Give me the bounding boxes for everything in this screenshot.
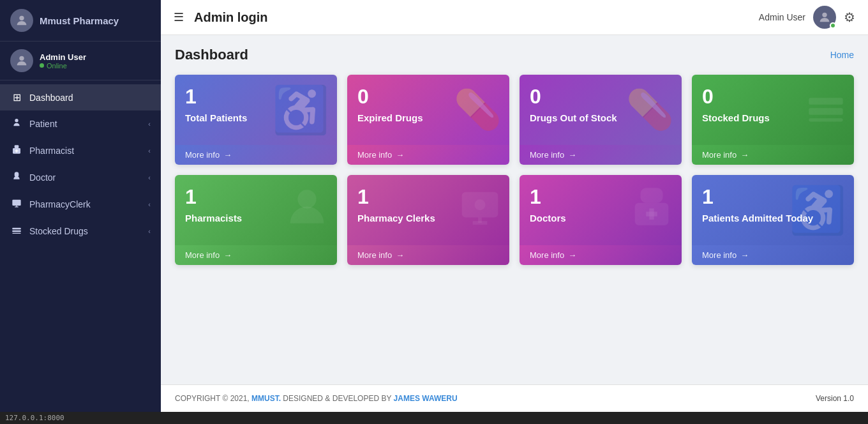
card-drugs-out-of-stock-body: 0 Drugs Out of Stock 💊 xyxy=(520,75,682,145)
card-patients-admitted-body: 1 Patients Admitted Today ♿ xyxy=(692,175,854,245)
svg-rect-11 xyxy=(12,231,20,232)
card-expired-drugs-footer[interactable]: More info → xyxy=(347,145,509,165)
svg-point-2 xyxy=(15,119,18,122)
sidebar-item-dashboard[interactable]: ⊞ Dashboard xyxy=(0,84,161,110)
sidebar-item-doctor[interactable]: Doctor ‹ xyxy=(0,164,161,191)
pharmacist-chevron-icon: ‹ xyxy=(148,147,151,155)
card-patients-admitted-number: 1 xyxy=(702,185,844,209)
card-expired-drugs-label: Expired Drugs xyxy=(357,112,499,123)
page-title: Dashboard xyxy=(175,47,248,63)
brand-name: Mmust Pharmacy xyxy=(40,15,119,26)
sidebar-item-stocked-drugs[interactable]: Stocked Drugs ‹ xyxy=(0,218,161,245)
card-patients-admitted[interactable]: 1 Patients Admitted Today ♿ More info → xyxy=(692,175,854,265)
card-drugs-out-of-stock-footer[interactable]: More info → xyxy=(520,145,682,165)
card-doctors-number: 1 xyxy=(530,185,671,209)
svg-rect-7 xyxy=(12,200,20,206)
card-drugs-out-of-stock-number: 0 xyxy=(530,85,671,109)
sidebar-label-stocked-drugs: Stocked Drugs xyxy=(29,226,88,236)
card-pharmacy-clerks[interactable]: 1 Pharmacy Clerks More info xyxy=(347,175,509,265)
menu-toggle-icon[interactable]: ☰ xyxy=(174,10,184,24)
arrow-right-icon: → xyxy=(568,150,576,160)
settings-gear-icon[interactable]: ⚙ xyxy=(844,10,855,25)
arrow-right-icon: → xyxy=(396,250,404,260)
card-drugs-out-of-stock-label: Drugs Out of Stock xyxy=(530,112,671,123)
card-pharmacists-label: Pharmacists xyxy=(185,213,327,223)
sidebar-user: Admin User Online xyxy=(0,42,161,80)
svg-point-13 xyxy=(822,13,827,17)
patient-chevron-icon: ‹ xyxy=(148,120,151,128)
footer: COPYRIGHT © 2021, MMUST. DESIGNED & DEVE… xyxy=(161,384,868,412)
sidebar-label-dashboard: Dashboard xyxy=(29,93,73,103)
arrow-right-icon: → xyxy=(740,250,749,260)
card-drugs-out-of-stock-more-info: More info xyxy=(530,150,564,160)
user-info: Admin User Online xyxy=(40,52,86,70)
svg-point-1 xyxy=(19,56,24,61)
pharmacyclerk-icon xyxy=(10,198,23,211)
card-stocked-drugs-more-info: More info xyxy=(702,150,737,160)
sidebar: Mmust Pharmacy Admin User Online ⊞ xyxy=(0,0,161,412)
online-badge xyxy=(830,22,836,29)
sidebar-label-pharmacist: Pharmacist xyxy=(29,146,74,156)
breadcrumb-home[interactable]: Home xyxy=(830,50,854,60)
card-patients-admitted-footer[interactable]: More info → xyxy=(692,245,854,265)
card-expired-drugs[interactable]: 0 Expired Drugs 💊 More info → xyxy=(347,75,509,165)
stocked-drugs-icon xyxy=(10,225,23,238)
card-pharmacists[interactable]: 1 Pharmacists More info → xyxy=(175,175,337,265)
card-stocked-drugs-number: 0 xyxy=(702,85,844,109)
card-doctors-body: 1 Doctors xyxy=(520,175,682,245)
card-pharmacists-footer[interactable]: More info → xyxy=(175,245,337,265)
card-patients-admitted-label: Patients Admitted Today xyxy=(702,213,844,223)
page-header: Dashboard Home xyxy=(175,47,854,63)
card-total-patients-label: Total Patients xyxy=(185,112,327,123)
card-expired-drugs-body: 0 Expired Drugs 💊 xyxy=(347,75,509,145)
card-total-patients-footer[interactable]: More info → xyxy=(175,145,337,165)
footer-brand: MMUST. xyxy=(251,394,281,403)
sidebar-item-pharmacist[interactable]: Pharmacist ‹ xyxy=(0,137,161,164)
card-expired-drugs-more-info: More info xyxy=(357,150,392,160)
card-total-patients[interactable]: 1 Total Patients ♿ More info → xyxy=(175,75,337,165)
arrow-right-icon: → xyxy=(396,150,404,160)
doctor-chevron-icon: ‹ xyxy=(148,174,151,181)
sidebar-nav: ⊞ Dashboard Patient ‹ Pharma xyxy=(0,80,161,412)
svg-point-0 xyxy=(19,16,24,20)
card-doctors[interactable]: 1 Doctors More info xyxy=(520,175,682,265)
cards-row-1: 1 Total Patients ♿ More info → 0 Expired… xyxy=(175,75,854,165)
svg-rect-3 xyxy=(15,145,19,148)
header-right: Admin User ⚙ xyxy=(759,6,855,29)
header: ☰ Admin login Admin User ⚙ xyxy=(161,0,868,35)
sidebar-item-patient[interactable]: Patient ‹ xyxy=(0,110,161,137)
arrow-right-icon: → xyxy=(740,150,749,160)
card-stocked-drugs[interactable]: 0 Stocked Drugs More info → xyxy=(692,75,854,165)
arrow-right-icon: → xyxy=(568,250,576,260)
card-stocked-drugs-footer[interactable]: More info → xyxy=(692,145,854,165)
cards-row-2: 1 Pharmacists More info → xyxy=(175,175,854,265)
card-pharmacy-clerks-label: Pharmacy Clerks xyxy=(357,213,499,223)
header-title: Admin login xyxy=(194,10,751,25)
content-area: Dashboard Home 1 Total Patients ♿ More i… xyxy=(161,35,868,384)
card-total-patients-number: 1 xyxy=(185,85,327,109)
card-pharmacy-clerks-more-info: More info xyxy=(357,250,392,260)
user-name: Admin User xyxy=(40,52,86,62)
main-content: ☰ Admin login Admin User ⚙ Dashboard Hom… xyxy=(161,0,868,412)
svg-rect-12 xyxy=(12,233,20,234)
brand-avatar xyxy=(10,9,33,32)
sidebar-item-pharmacyclerk[interactable]: PharmacyClerk ‹ xyxy=(0,191,161,218)
doctor-icon xyxy=(10,171,23,184)
footer-version: Version 1.0 xyxy=(816,394,854,403)
card-stocked-drugs-label: Stocked Drugs xyxy=(702,112,844,123)
card-pharmacy-clerks-body: 1 Pharmacy Clerks xyxy=(347,175,509,245)
card-doctors-footer[interactable]: More info → xyxy=(520,245,682,265)
card-pharmacists-number: 1 xyxy=(185,185,327,209)
header-username: Admin User xyxy=(759,12,805,22)
header-user-avatar xyxy=(813,6,836,29)
stocked-drugs-chevron-icon: ‹ xyxy=(148,227,151,235)
sidebar-brand: Mmust Pharmacy xyxy=(0,0,161,42)
card-pharmacy-clerks-footer[interactable]: More info → xyxy=(347,245,509,265)
card-total-patients-more-info: More info xyxy=(185,150,220,160)
sidebar-label-patient: Patient xyxy=(29,119,57,129)
user-avatar xyxy=(10,49,33,72)
card-pharmacy-clerks-number: 1 xyxy=(357,185,499,209)
card-pharmacists-more-info: More info xyxy=(185,250,220,260)
card-stocked-drugs-body: 0 Stocked Drugs xyxy=(692,75,854,145)
card-drugs-out-of-stock[interactable]: 0 Drugs Out of Stock 💊 More info → xyxy=(520,75,682,165)
